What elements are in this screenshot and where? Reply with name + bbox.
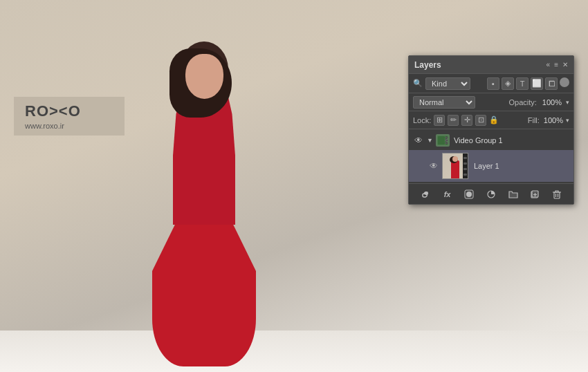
svg-point-8 xyxy=(466,192,472,197)
lock-all-icon[interactable]: 🔒 xyxy=(489,115,499,124)
svg-rect-6 xyxy=(445,142,448,144)
lock-artboard-btn[interactable]: ⊡ xyxy=(475,115,486,126)
expand-arrow-icon[interactable]: ▼ xyxy=(427,137,433,144)
video-group-icon xyxy=(436,134,450,147)
panel-header-icons: « ≡ ✕ xyxy=(546,61,568,68)
floor-area xyxy=(0,331,588,372)
add-mask-btn[interactable] xyxy=(461,187,477,202)
layers-content: 👁 ▼ Video Group 1 👁 xyxy=(409,129,573,183)
lock-label: Lock: xyxy=(413,116,431,124)
new-layer-btn[interactable] xyxy=(527,187,542,202)
video-group-name: Video Group 1 xyxy=(454,136,503,145)
woman-face xyxy=(185,54,223,99)
opacity-label: Opacity: xyxy=(509,98,537,106)
opacity-value[interactable]: 100% xyxy=(542,98,562,106)
smart-filter-btn[interactable]: ⧠ xyxy=(545,77,558,90)
fill-arrow[interactable]: ▾ xyxy=(566,117,569,124)
svg-rect-4 xyxy=(445,137,448,138)
layers-panel: Layers « ≡ ✕ 🔍 Kind Name Effect Mode Att… xyxy=(408,55,574,205)
lock-position-btn[interactable]: ✛ xyxy=(461,115,472,126)
opacity-arrow[interactable]: ▾ xyxy=(566,99,569,106)
logo-url: www.roxo.ir xyxy=(25,122,113,130)
filter-row: 🔍 Kind Name Effect Mode Attribute Color … xyxy=(409,74,573,93)
layer1-visibility-icon[interactable]: 👁 xyxy=(428,161,439,171)
panel-toolbar: fx xyxy=(409,183,573,204)
woman-dress-bottom xyxy=(152,207,256,366)
woman-figure xyxy=(138,41,291,360)
group-btn[interactable] xyxy=(506,187,521,202)
shape-filter-btn[interactable]: ⬜ xyxy=(531,77,543,90)
panel-menu-icon[interactable]: ≡ xyxy=(554,61,558,68)
svg-rect-14 xyxy=(554,192,560,198)
logo-text: RO><O xyxy=(25,102,113,120)
delete-layer-btn[interactable] xyxy=(549,187,564,202)
adjustment-btn[interactable] xyxy=(484,187,499,202)
search-icon: 🔍 xyxy=(413,79,423,88)
pixel-filter-btn[interactable]: ▪ xyxy=(487,77,499,90)
filter-icons: ▪ ◈ T ⬜ ⧠ xyxy=(487,77,569,90)
kind-select[interactable]: Kind Name Effect Mode Attribute Color xyxy=(425,77,470,90)
layer1-row[interactable]: 👁 Layer 1 xyxy=(409,150,573,182)
panel-title: Layers xyxy=(414,60,441,70)
type-filter-btn[interactable]: T xyxy=(516,77,529,90)
lock-pixels-btn[interactable]: ⊞ xyxy=(434,115,445,126)
fill-value[interactable]: 100% xyxy=(544,116,563,124)
collapse-icon[interactable]: « xyxy=(546,61,551,68)
mode-row: Normal Dissolve Multiply Screen Overlay … xyxy=(409,93,573,111)
layer1-name: Layer 1 xyxy=(474,162,499,170)
adjustment-filter-btn[interactable]: ◈ xyxy=(502,77,514,90)
fx-btn[interactable]: fx xyxy=(440,187,455,202)
layer1-thumbnail xyxy=(442,153,468,179)
svg-rect-1 xyxy=(438,136,445,145)
panel-header: Layers « ≡ ✕ xyxy=(409,56,573,74)
logo-area: RO><O www.roxo.ir xyxy=(14,97,125,136)
blend-mode-select[interactable]: Normal Dissolve Multiply Screen Overlay xyxy=(413,96,475,109)
lock-row: Lock: ⊞ ✏ ✛ ⊡ 🔒 Fill: 100% ▾ xyxy=(409,111,573,129)
svg-rect-5 xyxy=(445,140,448,141)
filter-toggle-circle[interactable] xyxy=(560,77,569,87)
fill-label: Fill: xyxy=(528,116,540,124)
video-group-visibility-icon[interactable]: 👁 xyxy=(413,136,424,145)
video-group-row[interactable]: 👁 ▼ Video Group 1 xyxy=(409,131,573,150)
lock-image-btn[interactable]: ✏ xyxy=(448,115,459,126)
panel-close-icon[interactable]: ✕ xyxy=(562,61,568,68)
link-layers-btn[interactable] xyxy=(418,187,433,202)
